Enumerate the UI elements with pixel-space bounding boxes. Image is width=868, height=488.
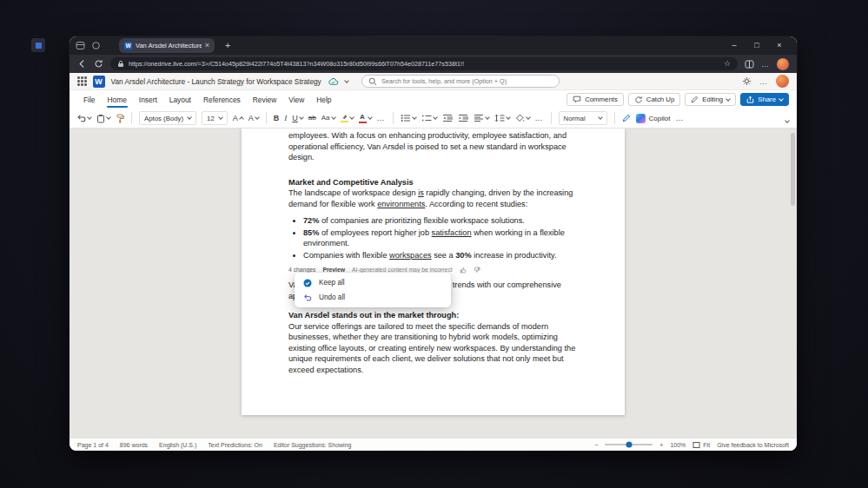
status-word-count[interactable]: 896 words bbox=[120, 442, 148, 448]
catch-up-button[interactable]: Catch Up bbox=[628, 93, 681, 106]
status-language[interactable]: English (U.S.) bbox=[159, 442, 196, 448]
styles-select[interactable]: Normal bbox=[559, 111, 607, 125]
list-item: Companies with flexible workspaces see a… bbox=[303, 250, 578, 261]
chevron-down-icon bbox=[255, 115, 260, 120]
bullets-button[interactable] bbox=[401, 114, 416, 122]
highlight-button[interactable] bbox=[341, 114, 354, 122]
font-color-button[interactable]: A bbox=[359, 114, 372, 123]
saved-status-icon[interactable] bbox=[328, 77, 339, 86]
zoom-slider-handle[interactable] bbox=[626, 442, 632, 448]
settings-gear-icon[interactable] bbox=[742, 76, 752, 86]
thumbs-down-icon[interactable] bbox=[474, 267, 480, 274]
menu-tab-view[interactable]: View bbox=[282, 90, 310, 109]
underline-button[interactable]: U bbox=[292, 115, 303, 122]
maximize-button[interactable]: □ bbox=[745, 36, 768, 55]
zoom-level[interactable]: 100% bbox=[670, 442, 686, 448]
browser-menu-icon[interactable]: … bbox=[761, 60, 770, 69]
search-icon bbox=[368, 77, 377, 86]
zoom-out-button[interactable]: − bbox=[594, 442, 598, 448]
title-chevron-down-icon[interactable] bbox=[344, 78, 349, 83]
chevron-down-icon bbox=[726, 96, 731, 102]
fit-button[interactable]: Fit bbox=[692, 441, 710, 449]
shrink-font-button[interactable]: A bbox=[248, 115, 259, 122]
menu-tab-references[interactable]: References bbox=[197, 90, 247, 109]
italic-button[interactable]: I bbox=[284, 115, 287, 122]
browser-profile-avatar[interactable] bbox=[777, 58, 789, 70]
undo-all-menu-item[interactable]: Undo all bbox=[295, 290, 451, 305]
shading-button[interactable] bbox=[515, 114, 530, 122]
strikethrough-button[interactable]: ab bbox=[308, 115, 316, 122]
keep-all-menu-item[interactable]: Keep all bbox=[295, 275, 451, 290]
outdent-button[interactable] bbox=[442, 114, 453, 122]
menu-right: Comments Catch Up Editing bbox=[567, 93, 789, 106]
scrollbar[interactable] bbox=[791, 133, 795, 206]
grow-font-button[interactable]: A bbox=[233, 115, 243, 122]
extensions-icon[interactable] bbox=[91, 41, 101, 50]
account-avatar[interactable] bbox=[776, 75, 789, 88]
line-spacing-button[interactable] bbox=[494, 114, 510, 122]
format-painter-button[interactable] bbox=[116, 114, 124, 123]
menu-tab-layout[interactable]: Layout bbox=[163, 90, 197, 109]
alignment-button[interactable] bbox=[474, 114, 489, 122]
ribbon-collapse-icon[interactable] bbox=[785, 118, 790, 123]
menu-tab-help[interactable]: Help bbox=[310, 90, 337, 109]
tab-close-icon[interactable]: × bbox=[205, 42, 209, 49]
new-tab-button[interactable]: + bbox=[225, 41, 230, 50]
undo-button[interactable] bbox=[76, 114, 91, 122]
ribbon-more-button[interactable]: … bbox=[675, 115, 684, 122]
search-box[interactable] bbox=[361, 75, 560, 88]
paste-button[interactable] bbox=[96, 114, 110, 123]
app-launcher-icon[interactable] bbox=[77, 76, 87, 86]
document-page[interactable]: employees. With a focus on enhancing pro… bbox=[242, 129, 625, 415]
window-controls: – □ × bbox=[723, 36, 791, 55]
header-more-icon[interactable]: … bbox=[759, 77, 768, 86]
tab-actions-icon[interactable] bbox=[76, 41, 85, 50]
editor-button[interactable] bbox=[622, 114, 631, 122]
thumbs-up-icon[interactable] bbox=[460, 267, 467, 274]
favorites-star-icon[interactable]: ☆ bbox=[724, 60, 731, 68]
close-button[interactable]: × bbox=[768, 36, 791, 55]
chevron-down-icon bbox=[412, 115, 417, 120]
zoom-in-button[interactable]: + bbox=[659, 442, 663, 448]
document-title[interactable]: Van Arsdel Architecture - Launch Strateg… bbox=[111, 77, 321, 86]
menu-tab-review[interactable]: Review bbox=[247, 90, 282, 109]
chevron-down-icon bbox=[299, 115, 304, 120]
refresh-icon[interactable] bbox=[94, 59, 103, 69]
menu-tab-home[interactable]: Home bbox=[102, 90, 133, 109]
browser-nav-bar: https://onedrive.live.com/=3>/C514o45p82… bbox=[70, 55, 797, 73]
chevron-down-icon bbox=[598, 115, 603, 120]
desktop-shortcut-icon[interactable] bbox=[31, 38, 45, 52]
undo-all-icon bbox=[303, 293, 312, 301]
zoom-slider[interactable] bbox=[605, 444, 653, 445]
numbering-button[interactable] bbox=[421, 114, 437, 122]
heading-market-analysis: Market and Competitive Analysis bbox=[288, 177, 578, 188]
back-icon[interactable] bbox=[77, 59, 87, 69]
copilot-button[interactable]: Copilot bbox=[636, 114, 671, 123]
font-name-select[interactable]: Aptos (Body) bbox=[139, 111, 196, 125]
chevron-down-icon bbox=[368, 115, 373, 120]
menu-tab-insert[interactable]: Insert bbox=[133, 90, 163, 109]
editing-mode-button[interactable]: Editing bbox=[685, 93, 736, 106]
font-more-button[interactable]: … bbox=[377, 115, 386, 122]
status-page-count[interactable]: Page 1 of 4 bbox=[77, 442, 109, 448]
status-editor-suggestions[interactable]: Editor Suggestions: Showing bbox=[274, 442, 352, 448]
keep-all-check-icon bbox=[303, 279, 312, 287]
indent-button[interactable] bbox=[458, 114, 468, 122]
search-input[interactable] bbox=[381, 77, 553, 85]
paragraph-more-button[interactable]: … bbox=[535, 115, 544, 122]
browser-split-screen-icon[interactable] bbox=[745, 60, 754, 69]
word-logo[interactable]: W bbox=[93, 76, 105, 88]
catch-up-icon bbox=[634, 96, 643, 104]
font-size-select[interactable]: 12 bbox=[202, 111, 228, 125]
menu-tab-file[interactable]: File bbox=[77, 90, 102, 109]
feedback-link[interactable]: Give feedback to Microsoft bbox=[717, 442, 789, 448]
word-favicon: W bbox=[124, 42, 132, 49]
browser-tab[interactable]: W Van Arsdel Architecture × bbox=[119, 38, 215, 53]
bold-button[interactable]: B bbox=[274, 115, 280, 122]
address-bar[interactable]: https://onedrive.live.com/=3>/C514o45p82… bbox=[110, 57, 738, 70]
share-button[interactable]: Share bbox=[740, 93, 789, 106]
status-text-predictions[interactable]: Text Predictions: On bbox=[208, 442, 262, 448]
comments-button[interactable]: Comments bbox=[567, 93, 624, 106]
change-case-button[interactable]: Aa bbox=[321, 115, 335, 122]
minimize-button[interactable]: – bbox=[723, 36, 745, 55]
